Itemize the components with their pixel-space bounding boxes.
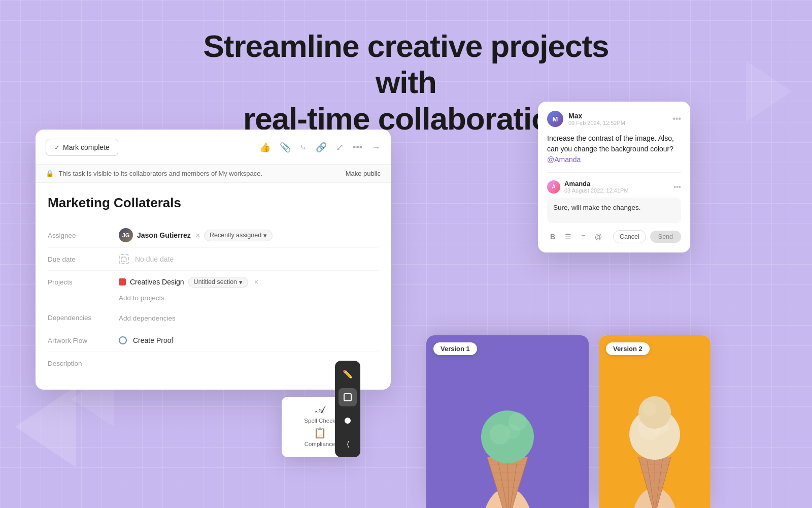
chat-more-button[interactable]: ••• (672, 114, 681, 123)
task-toolbar: ✓ Mark complete 👍 📎 ⤷ 🔗 ⤢ ••• → (36, 130, 391, 165)
amanda-timestamp: 03 August 2022, 12:41PM (564, 187, 629, 194)
max-user-info: Max 09 Feb 2024, 12:52PM (568, 112, 625, 126)
icecream-svg-1 (426, 366, 589, 508)
extra-tool-button[interactable]: ⟨ (339, 435, 357, 453)
svg-point-17 (509, 412, 527, 431)
pencil-icon: ✏️ (343, 369, 353, 379)
description-label: Description (48, 360, 119, 367)
pencil-tool-button[interactable]: ✏️ (339, 365, 357, 383)
task-title: Marketing Collaterals (48, 195, 379, 211)
chevron-down-icon: ▾ (263, 232, 267, 239)
more-options-icon[interactable]: ••• (353, 142, 362, 153)
visibility-text-group: 🔒 This task is visible to its collaborat… (46, 170, 262, 177)
icecream-svg-2 (599, 366, 710, 508)
project-name: Creatives Design (130, 278, 184, 286)
checkmark-icon: ✓ (54, 144, 60, 151)
expand-icon[interactable]: ⤢ (336, 142, 344, 153)
projects-label: Projects (48, 278, 119, 286)
task-content: Marketing Collaterals Assignee JG Jason … (36, 183, 391, 390)
proof-status-icon (119, 336, 127, 344)
remove-project-button[interactable]: × (254, 278, 258, 286)
send-button[interactable]: Send (650, 231, 681, 243)
task-fields: Assignee JG Jason Gutierrez × Recently a… (48, 223, 379, 374)
version-2-label: Version 2 (606, 342, 650, 355)
add-to-projects-link[interactable]: Add to projects (119, 294, 379, 302)
compliance-label: Compliance (304, 441, 335, 447)
triangle-decoration-3 (746, 61, 792, 122)
numbered-list-icon[interactable]: ≡ (578, 231, 589, 242)
projects-value: Creatives Design Untitled section ▾ × (119, 277, 258, 288)
chat-editor-toolbar: B ☰ ≡ @ Cancel Send (547, 230, 681, 243)
spell-check-label: Spell Check (304, 418, 335, 424)
dependencies-label: Dependencies (48, 314, 119, 322)
amanda-reply-header: A Amanda 03 August 2022, 12:41PM ••• (547, 180, 681, 194)
chat-mention[interactable]: @Amanda (547, 155, 581, 164)
due-date-field: Due date No due date (48, 248, 379, 270)
project-section-badge[interactable]: Untitled section ▾ (188, 277, 248, 288)
navigate-icon[interactable]: → (371, 142, 381, 153)
svg-rect-0 (121, 257, 126, 262)
project-color-dot (119, 278, 126, 285)
visibility-bar: 🔒 This task is visible to its collaborat… (36, 165, 391, 183)
make-public-link[interactable]: Make public (346, 170, 381, 177)
add-to-projects-container: Add to projects (48, 293, 379, 306)
amanda-user-info: Amanda 03 August 2022, 12:41PM (564, 180, 629, 194)
version-2-image (599, 335, 710, 508)
extra-tool-icon: ⟨ (347, 440, 349, 448)
max-message: Increase the contrast of the image. Also… (547, 133, 681, 165)
assignee-value: JG Jason Gutierrez × Recently assigned ▾ (119, 228, 273, 242)
attachment-icon[interactable]: 📎 (280, 142, 291, 153)
chevron-down-icon: ▾ (239, 278, 243, 286)
assignee-name: Jason Gutierrez (137, 231, 191, 239)
rectangle-tool-button[interactable] (339, 388, 357, 406)
dependencies-field: Dependencies Add dependencies (48, 306, 379, 329)
circle-dot-icon (345, 418, 351, 424)
circle-tool-button[interactable] (339, 411, 357, 430)
svg-rect-34 (344, 394, 351, 401)
due-date-label: Due date (48, 256, 119, 263)
max-avatar: M (547, 111, 563, 127)
svg-point-33 (642, 402, 657, 416)
editor-actions-group: Cancel Send (613, 230, 681, 243)
mention-icon[interactable]: @ (593, 231, 604, 242)
cancel-button[interactable]: Cancel (613, 230, 646, 243)
task-card: ✓ Mark complete 👍 📎 ⤷ 🔗 ⤢ ••• → 🔒 This t… (36, 130, 391, 390)
due-date-value[interactable]: No due date (119, 254, 174, 264)
version-1-label: Version 1 (433, 342, 477, 355)
mark-complete-button[interactable]: ✓ Mark complete (46, 139, 118, 156)
assignee-label: Assignee (48, 232, 119, 239)
toolbar-icons-group: 👍 📎 ⤷ 🔗 ⤢ ••• → (259, 142, 381, 153)
artwork-flow-value: Create Proof (119, 336, 173, 344)
lock-icon: 🔒 (46, 170, 54, 177)
chat-card: M Max 09 Feb 2024, 12:52PM ••• Increase … (538, 102, 690, 252)
description-field: Description (48, 352, 379, 374)
link-icon[interactable]: 🔗 (316, 142, 327, 153)
calendar-icon (119, 254, 129, 264)
version-2-card: Version 2 (599, 335, 710, 508)
version-1-image (426, 335, 589, 508)
chat-header-max: M Max 09 Feb 2024, 12:52PM ••• (547, 111, 681, 127)
version-1-card: Version 1 (426, 335, 589, 508)
bold-icon[interactable]: B (547, 231, 558, 242)
dark-tools-panel: ✏️ ⟨ (335, 361, 360, 457)
recently-assigned-badge[interactable]: Recently assigned ▾ (204, 230, 273, 241)
chat-divider (547, 172, 681, 173)
amanda-more-button[interactable]: ••• (673, 183, 681, 191)
compliance-icon: 📋 (314, 427, 326, 439)
add-dependencies-link[interactable]: Add dependencies (119, 314, 176, 322)
branch-icon[interactable]: ⤷ (300, 143, 307, 152)
amanda-avatar: A (547, 180, 560, 194)
editor-icons-group: B ☰ ≡ @ (547, 231, 604, 242)
version-section: Version 1 (426, 335, 710, 508)
triangle-decoration-1 (15, 386, 76, 467)
thumbs-up-icon[interactable]: 👍 (259, 142, 270, 153)
list-icon[interactable]: ☰ (562, 231, 573, 242)
max-timestamp: 09 Feb 2024, 12:52PM (568, 120, 625, 126)
projects-field: Projects Creatives Design Untitled secti… (48, 271, 379, 293)
artwork-flow-field: Artwork Flow Create Proof (48, 329, 379, 352)
amanda-message: Sure, will make the changes. (547, 198, 681, 223)
amanda-username: Amanda (564, 180, 629, 187)
dependencies-value: Add dependencies (119, 313, 176, 322)
remove-assignee-button[interactable]: × (196, 231, 200, 239)
artwork-flow-label: Artwork Flow (48, 337, 119, 344)
